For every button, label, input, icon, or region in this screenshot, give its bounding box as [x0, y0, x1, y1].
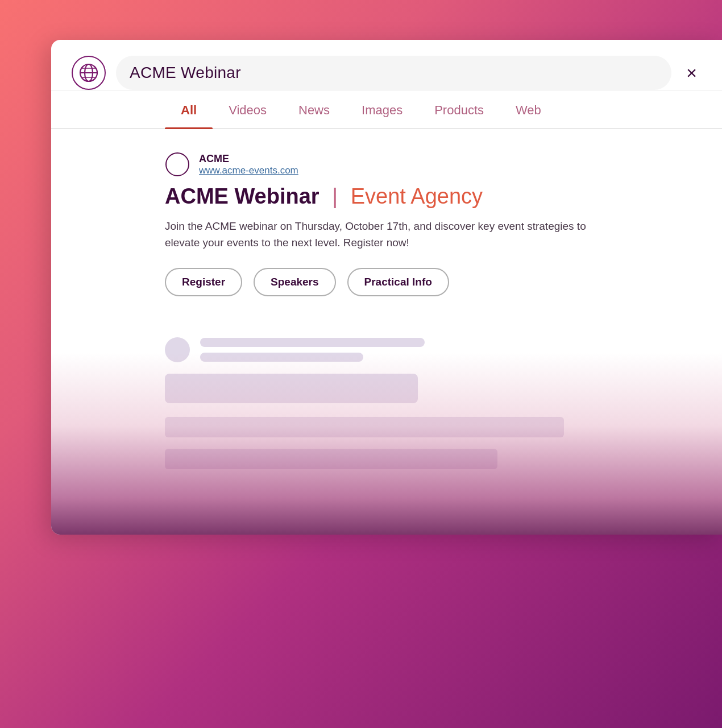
- site-logo: [165, 152, 190, 177]
- skeleton-results: [51, 337, 722, 469]
- tab-products[interactable]: Products: [418, 93, 500, 128]
- skeleton-block-3: [165, 449, 497, 469]
- skeleton-avatar: [165, 337, 190, 362]
- tab-all[interactable]: All: [165, 93, 213, 128]
- main-content: ACME www.acme-events.com ACME Webinar | …: [51, 129, 722, 337]
- skeleton-lines: [200, 338, 608, 362]
- close-button[interactable]: ×: [682, 63, 702, 84]
- browser-window: ACME Webinar × All Videos News Images Pr…: [51, 40, 722, 535]
- result-title: ACME Webinar | Event Agency: [165, 184, 608, 210]
- result-title-main: ACME Webinar: [165, 184, 319, 208]
- skeleton-row-1: [165, 337, 608, 362]
- site-name: ACME: [199, 153, 298, 165]
- result-title-highlight: Event Agency: [351, 184, 483, 208]
- action-buttons: Register Speakers Practical Info: [165, 268, 608, 296]
- skeleton-line-1: [200, 338, 425, 347]
- search-input-container[interactable]: ACME Webinar: [116, 56, 671, 90]
- skeleton-line-2: [200, 353, 363, 362]
- tab-web[interactable]: Web: [500, 93, 557, 128]
- tab-news[interactable]: News: [283, 93, 346, 128]
- site-header: ACME www.acme-events.com: [165, 152, 608, 177]
- site-info: ACME www.acme-events.com: [199, 153, 298, 176]
- result-title-separator: |: [332, 184, 343, 208]
- tab-images[interactable]: Images: [346, 93, 418, 128]
- result-description: Join the ACME webinar on Thursday, Octob…: [165, 218, 608, 251]
- tab-videos[interactable]: Videos: [213, 93, 283, 128]
- svg-point-5: [166, 153, 189, 176]
- search-bar-area: ACME Webinar ×: [51, 40, 722, 90]
- site-url[interactable]: www.acme-events.com: [199, 165, 298, 176]
- register-button[interactable]: Register: [165, 268, 242, 296]
- skeleton-block-1: [165, 374, 418, 403]
- search-input[interactable]: ACME Webinar: [130, 64, 658, 82]
- skeleton-block-2: [165, 417, 564, 437]
- globe-icon: [72, 56, 106, 90]
- tabs-bar: All Videos News Images Products Web: [51, 93, 722, 129]
- practical-info-button[interactable]: Practical Info: [347, 268, 449, 296]
- speakers-button[interactable]: Speakers: [254, 268, 336, 296]
